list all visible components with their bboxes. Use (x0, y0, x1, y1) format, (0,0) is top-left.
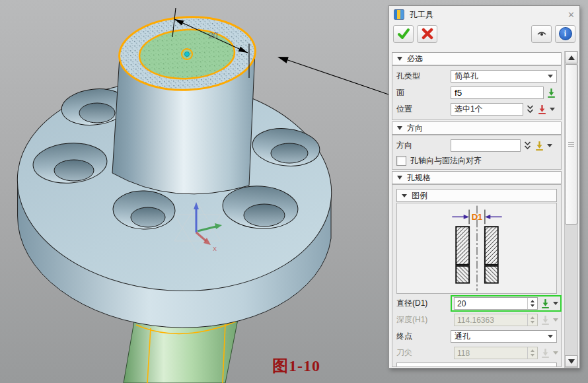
hole-type-select[interactable]: 简单孔 (451, 70, 557, 83)
section-spec-label: 孔规格 (407, 172, 431, 184)
dimension-value-text: 20 (209, 31, 218, 40)
tip-angle-input (455, 347, 527, 359)
panel-scrollbar[interactable] (564, 51, 578, 368)
close-icon[interactable]: ✕ (568, 11, 575, 19)
hole-tool-icon (394, 9, 404, 20)
collapse-triangle-icon (397, 57, 402, 61)
section-direction-label: 方向 (407, 123, 423, 134)
direction-group: 方向 孔轴向与面法向对齐 (392, 135, 562, 170)
align-axis-checkbox[interactable] (396, 156, 406, 166)
pick-value-icon[interactable] (540, 298, 550, 309)
pick-value-icon-disabled (540, 348, 550, 359)
align-axis-checkbox-label: 孔轴向与面法向对齐 (410, 155, 482, 166)
direction-input[interactable] (451, 139, 521, 152)
end-condition-label: 终点 (396, 331, 448, 342)
face-input[interactable] (451, 87, 544, 99)
pick-options-caret-icon[interactable] (547, 144, 552, 147)
direction-label: 方向 (396, 140, 448, 151)
hole-tool-dialog: 孔工具 ✕ i 必选 (388, 5, 580, 368)
spinner-icons (527, 314, 537, 326)
value-options-caret-icon (553, 318, 558, 322)
value-options-caret-icon[interactable] (553, 302, 558, 305)
dialog-title: 孔工具 (410, 9, 433, 20)
section-required[interactable]: 必选 (392, 52, 562, 65)
diameter-input[interactable] (455, 298, 527, 309)
pick-value-icon-disabled (540, 315, 550, 326)
legend-d1-label: D1 (472, 212, 482, 222)
spinner-icons (527, 347, 537, 359)
section-spec[interactable]: 孔规格 (392, 171, 562, 184)
hole-preview-shaft (124, 320, 238, 383)
hole-center-point (184, 52, 189, 56)
tip-angle-stepper (454, 347, 538, 359)
dropdown-caret-icon (548, 335, 553, 338)
depth-stepper (454, 314, 538, 326)
required-group: 孔类型 简单孔 面 位置 选中1个 (392, 65, 562, 120)
hole-type-value: 简单孔 (455, 71, 478, 82)
pick-direction-icon[interactable] (534, 141, 544, 151)
expand-chevrons-icon[interactable] (526, 104, 534, 114)
position-field[interactable]: 选中1个 (451, 103, 523, 116)
diameter-label: 直径(D1) (396, 298, 448, 309)
face-label: 面 (396, 87, 448, 98)
expand-chevrons-icon[interactable] (523, 141, 532, 151)
collapse-triangle-icon (397, 176, 402, 180)
pick-options-caret-icon[interactable] (550, 108, 555, 111)
pick-position-icon[interactable] (537, 104, 547, 115)
figure-caption: 图1-10 (272, 355, 320, 376)
spec-group: 图例 (392, 184, 562, 367)
dropdown-caret-icon (548, 75, 553, 78)
svg-text:X: X (213, 246, 217, 252)
pick-face-icon[interactable] (546, 88, 556, 98)
hole-type-label: 孔类型 (396, 71, 448, 82)
info-button[interactable]: i (555, 25, 575, 43)
depth-input (455, 314, 527, 326)
position-label: 位置 (396, 104, 448, 115)
clipped-next-field (396, 363, 557, 366)
eye-icon (536, 30, 547, 38)
scrollbar-up-icon[interactable] (565, 52, 577, 63)
check-icon (397, 28, 410, 40)
scrollbar-down-icon[interactable] (565, 355, 577, 367)
collapse-triangle-icon (397, 126, 402, 130)
section-direction[interactable]: 方向 (392, 122, 562, 135)
diameter-highlight (451, 295, 562, 312)
legend-subsection[interactable]: 图例 (396, 189, 557, 202)
diameter-stepper[interactable] (454, 297, 538, 310)
end-condition-value: 通孔 (455, 331, 470, 342)
depth-label: 深度(H1) (396, 314, 448, 326)
collapse-triangle-icon (402, 194, 407, 197)
tip-angle-label: 刀尖 (396, 347, 448, 359)
preview-button[interactable] (531, 25, 552, 43)
legend-subsection-label: 图例 (412, 190, 427, 201)
x-icon (422, 28, 433, 40)
end-condition-select[interactable]: 通孔 (451, 330, 557, 343)
position-value: 选中1个 (455, 104, 483, 115)
value-options-caret-icon (553, 351, 558, 355)
section-required-label: 必选 (407, 53, 423, 65)
ok-button[interactable] (393, 25, 414, 43)
legend-image: D1 (396, 203, 557, 294)
cancel-button[interactable] (417, 25, 437, 43)
face-leader-arrow (277, 57, 388, 94)
spinner-icons[interactable] (527, 298, 537, 309)
boss-cylinder (112, 14, 257, 194)
scrollbar-thumb[interactable] (565, 64, 577, 225)
dialog-toolbar: i (389, 23, 579, 44)
dialog-titlebar[interactable]: 孔工具 ✕ (389, 6, 579, 23)
info-icon: i (559, 27, 572, 40)
